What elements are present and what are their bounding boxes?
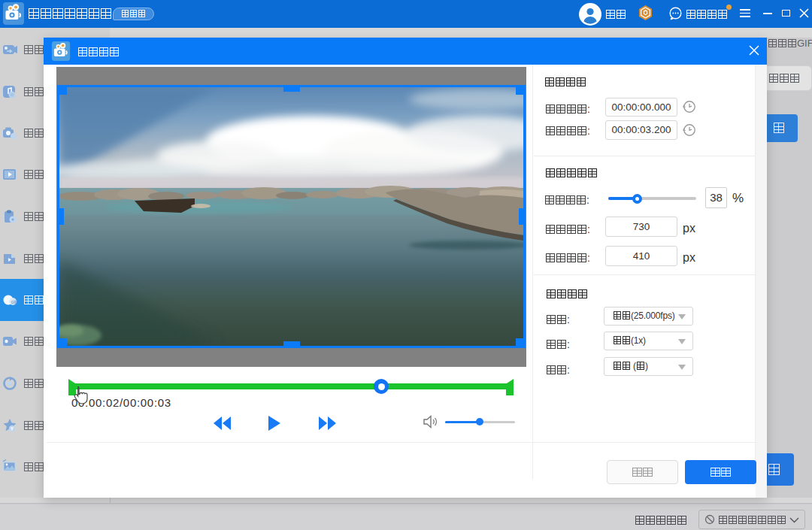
svg-text:GIF: GIF: [11, 300, 17, 304]
